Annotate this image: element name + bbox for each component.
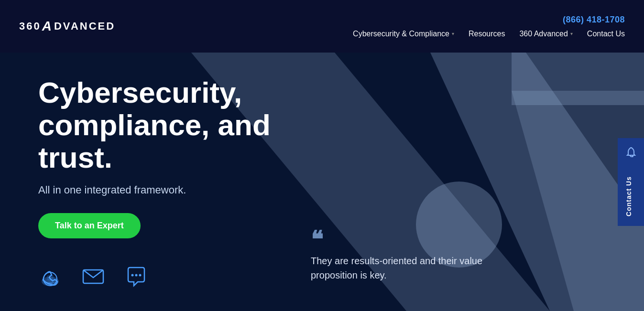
svg-point-11 [135,274,138,276]
nav-item-resources[interactable]: Resources [469,30,505,38]
nav-item-cybersecurity[interactable]: Cybersecurity & Compliance ▾ [353,30,454,38]
notification-bell-button[interactable] [618,138,644,167]
contact-icons-row [38,265,287,293]
hero-title: Cybersecurity, compliance, and trust. [38,76,287,174]
site-header: 360 A DVANCED (866) 418-1708 Cybersecuri… [0,0,644,53]
svg-point-12 [139,274,142,276]
main-nav: Cybersecurity & Compliance ▾ Resources 3… [353,30,625,38]
testimonial-text: They are results-oriented and their valu… [311,254,531,282]
nav-cybersecurity-label: Cybersecurity & Compliance [353,30,449,38]
testimonial-section: ❝ They are results-oriented and their va… [311,228,531,282]
hero-content: Cybersecurity, compliance, and trust. Al… [0,67,287,293]
logo-text-dvanced: DVANCED [54,20,115,32]
hero-section: Cybersecurity, compliance, and trust. Al… [0,53,644,311]
sidebar-right: Contact Us [618,138,644,226]
email-icon[interactable] [81,267,105,290]
svg-rect-8 [48,283,53,285]
nav-contact-label: Contact Us [587,30,625,38]
chevron-down-icon: ▾ [452,31,454,36]
logo-text-360: 360 [19,20,41,32]
hero-subtitle: All in one integrated framework. [38,184,287,196]
phone-icon[interactable] [38,265,62,293]
quote-mark-icon: ❝ [311,228,531,251]
chevron-down-icon-2: ▾ [570,31,573,36]
nav-resources-label: Resources [469,30,505,38]
header-right: (866) 418-1708 Cybersecurity & Complianc… [353,15,625,38]
svg-rect-4 [512,53,644,105]
nav-360advanced-label: 360 Advanced [519,30,568,38]
talk-to-expert-button[interactable]: Talk to an Expert [38,213,141,238]
nav-item-360advanced[interactable]: 360 Advanced ▾ [519,30,572,38]
chat-icon[interactable] [124,265,148,293]
nav-item-contact[interactable]: Contact Us [587,30,625,38]
phone-number[interactable]: (866) 418-1708 [563,15,625,25]
logo-a-letter: A [42,19,53,34]
svg-point-10 [131,274,134,276]
logo[interactable]: 360 A DVANCED [19,19,115,34]
sidebar-contact-us-button[interactable]: Contact Us [618,167,644,226]
